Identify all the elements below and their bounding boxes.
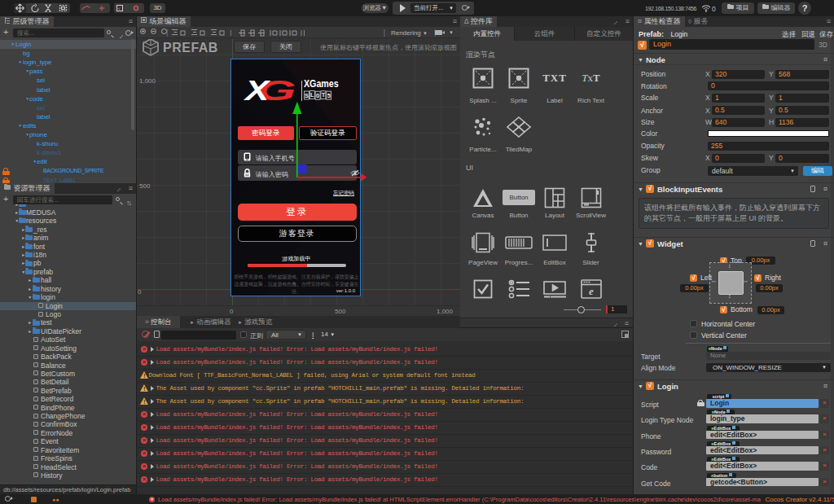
svg-text:T: T [321,91,325,99]
svg-text:L: L [310,91,314,99]
svg-text:0: 0 [316,92,319,99]
svg-text:e: e [589,285,594,297]
svg-text:5: 5 [327,92,330,99]
svg-text:S: S [305,91,309,99]
